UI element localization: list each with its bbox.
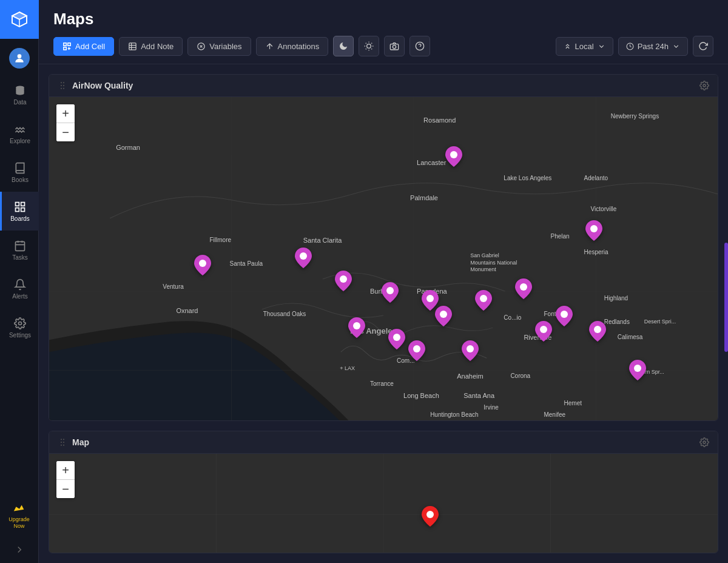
page-header: Maps Add Cell Add Note Variables Annotat…: [39, 0, 728, 64]
map-pin-south-la[interactable]: [388, 329, 405, 349]
svg-rect-7: [16, 202, 19, 206]
svg-point-38: [61, 82, 62, 83]
add-note-button[interactable]: Add Note: [119, 37, 183, 56]
sidebar-item-alerts[interactable]: Alerts: [0, 269, 39, 308]
map-pin-redlands[interactable]: [589, 321, 606, 342]
svg-point-64: [467, 345, 474, 352]
map-pin-fontana[interactable]: [556, 306, 573, 326]
add-cell-button[interactable]: Add Cell: [53, 37, 114, 56]
svg-rect-14: [68, 42, 70, 45]
svg-point-82: [426, 511, 434, 518]
page-title: Maps: [53, 10, 713, 29]
local-select[interactable]: Local: [556, 37, 613, 56]
dark-mode-button[interactable]: [333, 36, 354, 56]
svg-point-39: [63, 82, 64, 83]
panel-settings-icon[interactable]: [699, 81, 709, 90]
panel-header-map: Map: [49, 431, 718, 454]
annotations-button[interactable]: Annotations: [256, 37, 329, 56]
svg-point-72: [61, 442, 62, 443]
svg-point-76: [703, 441, 706, 443]
zoom-out-button[interactable]: −: [56, 123, 75, 141]
sidebar-item-books[interactable]: Books: [0, 153, 39, 192]
scroll-indicator[interactable]: [724, 243, 728, 352]
upgrade-button[interactable]: UpgradeNow: [0, 494, 39, 536]
svg-point-44: [703, 84, 706, 87]
content-area: AirNow Quality: [39, 64, 728, 563]
toolbar: Add Cell Add Note Variables Annotations: [53, 36, 713, 56]
map-pin-west-la[interactable]: [348, 317, 365, 338]
svg-point-68: [634, 365, 641, 372]
map-pin-anaheim[interactable]: [462, 340, 479, 361]
map-pin-burbank[interactable]: [335, 271, 352, 291]
zoom-in-button[interactable]: +: [56, 104, 75, 123]
svg-marker-1: [12, 12, 27, 19]
light-mode-button[interactable]: [359, 36, 379, 56]
svg-line-28: [371, 49, 372, 49]
svg-point-67: [540, 326, 547, 333]
svg-point-58: [426, 295, 434, 302]
help-button[interactable]: [410, 36, 430, 56]
svg-line-31: [366, 49, 366, 49]
map-zoom-controls-2: + −: [56, 461, 75, 498]
zoom-out-button-2[interactable]: −: [56, 480, 75, 498]
svg-point-70: [61, 439, 62, 440]
drag-handle-icon-2[interactable]: [58, 437, 67, 447]
sidebar-item-tasks[interactable]: Tasks: [0, 231, 39, 269]
svg-point-75: [63, 445, 64, 446]
variables-button[interactable]: Variables: [187, 37, 251, 56]
svg-point-43: [63, 88, 64, 89]
svg-point-55: [300, 252, 307, 260]
map-pin-santa-clarita[interactable]: [295, 248, 312, 268]
svg-point-66: [594, 326, 601, 333]
map-pin-red[interactable]: [422, 506, 439, 527]
sidebar-item-boards[interactable]: Boards: [0, 192, 39, 231]
svg-point-60: [480, 295, 487, 302]
map-standard[interactable]: + −: [49, 454, 718, 553]
zoom-in-button-2[interactable]: +: [56, 461, 75, 479]
svg-rect-11: [16, 241, 25, 251]
svg-point-53: [590, 225, 598, 232]
sidebar-item-settings[interactable]: Settings: [0, 308, 39, 347]
svg-point-61: [353, 322, 360, 329]
svg-rect-10: [21, 207, 25, 211]
panel-airnow-quality: AirNow Quality: [49, 74, 718, 421]
map-pin-hemet[interactable]: [629, 360, 646, 380]
sidebar-item-explore[interactable]: Explore: [0, 114, 39, 153]
svg-rect-15: [64, 47, 66, 49]
svg-point-69: [520, 283, 527, 291]
sidebar-item-data[interactable]: Data: [0, 75, 39, 114]
map-pin-pasadena[interactable]: [382, 282, 399, 303]
map-pin-lancaster[interactable]: [445, 146, 462, 167]
map-pin-riverside[interactable]: [535, 321, 552, 342]
map-pin-east-la[interactable]: [435, 306, 452, 326]
svg-point-41: [63, 85, 64, 86]
panel-settings-icon-2[interactable]: [699, 437, 709, 447]
svg-point-65: [561, 311, 568, 318]
svg-rect-8: [21, 202, 25, 206]
map-pin-cov2[interactable]: [515, 278, 532, 299]
svg-point-42: [61, 88, 62, 89]
map-pin-compton[interactable]: [408, 340, 425, 361]
drag-handle-icon[interactable]: [58, 81, 67, 90]
svg-point-52: [450, 151, 457, 158]
collapse-sidebar-button[interactable]: [0, 539, 39, 561]
svg-point-74: [61, 445, 62, 446]
map-pin-oxnard[interactable]: [194, 255, 211, 275]
app-logo[interactable]: [0, 0, 39, 39]
time-range-select[interactable]: Past 24h: [618, 37, 688, 56]
svg-line-27: [366, 43, 366, 44]
svg-point-73: [63, 442, 64, 443]
map-pin-hesperia[interactable]: [585, 220, 602, 241]
svg-rect-9: [16, 207, 19, 211]
svg-point-71: [63, 439, 64, 440]
svg-point-59: [440, 311, 447, 318]
svg-point-56: [340, 275, 347, 283]
refresh-button[interactable]: [693, 36, 713, 56]
user-avatar[interactable]: [0, 41, 39, 75]
main-content: Maps Add Cell Add Note Variables Annotat…: [39, 0, 728, 563]
toolbar-right: Local Past 24h: [556, 36, 713, 56]
camera-button[interactable]: [384, 36, 405, 56]
map-airnow[interactable]: Pacific Ocean Rosamond Gorman Newberry S…: [49, 97, 718, 421]
panel-map: Map: [49, 431, 718, 553]
map-pin-covina[interactable]: [475, 290, 492, 311]
